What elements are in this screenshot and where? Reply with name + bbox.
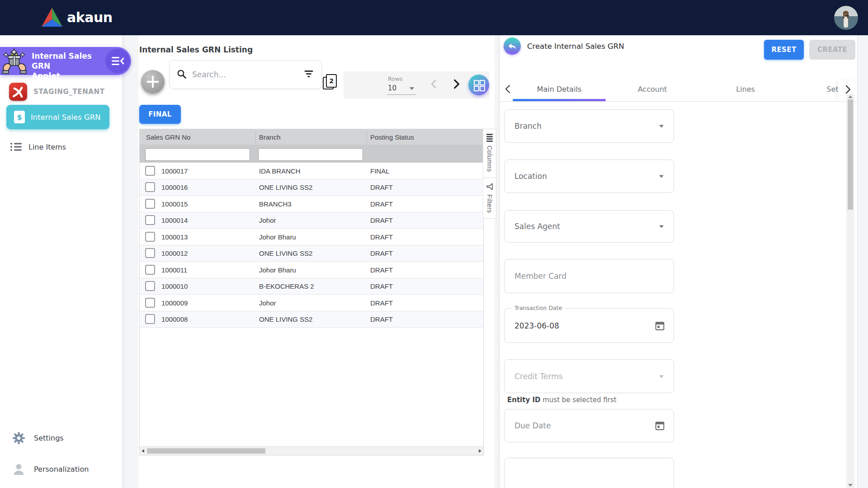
akaun-logo[interactable]: akaun <box>42 8 113 27</box>
table-row[interactable]: 1000009JohorDRAFT <box>140 295 483 311</box>
tenant-row[interactable]: STAGING_TENANT <box>9 83 105 101</box>
pages-icon[interactable]: 2 <box>323 74 338 89</box>
filter-input-sales-grn-no[interactable] <box>145 148 250 161</box>
cell-posting-status: DRAFT <box>370 282 393 290</box>
table-row[interactable]: 1000013Johor BharuDRAFT <box>140 229 483 245</box>
filter-list-icon[interactable] <box>304 70 313 78</box>
cell-posting-status: FINAL <box>370 167 390 174</box>
gift-hands-icon <box>2 48 27 74</box>
scroll-up-arrow[interactable] <box>848 95 853 98</box>
cell-sales-grn-no: 1000013 <box>161 233 188 240</box>
cell-sales-grn-no: 1000015 <box>161 200 188 207</box>
table-row[interactable]: 1000008ONE LIVING SS2DRAFT <box>140 311 483 328</box>
location-dropdown[interactable]: Location <box>504 160 674 193</box>
member-card-placeholder: Member Card <box>514 272 566 281</box>
row-checkbox[interactable] <box>145 166 155 176</box>
member-card-field[interactable]: Member Card <box>504 259 674 293</box>
search-input[interactable] <box>191 67 292 82</box>
calendar-icon[interactable] <box>654 420 665 432</box>
cell-sales-grn-no: 1000014 <box>161 216 188 224</box>
horizontal-scrollbar[interactable] <box>140 446 483 455</box>
sales-agent-dropdown[interactable]: Sales Agent <box>504 210 674 243</box>
tab-main-details[interactable]: Main Details <box>513 77 606 101</box>
table-row[interactable]: 1000014JohorDRAFT <box>140 212 483 229</box>
due-date-placeholder: Due Date <box>514 421 551 430</box>
credit-terms-dropdown[interactable]: Credit Terms <box>504 359 674 393</box>
column-header-branch[interactable]: Branch <box>259 133 281 141</box>
table-side-tabs: Columns Filters <box>483 129 496 219</box>
tab-lines[interactable]: Lines <box>699 77 792 101</box>
scrollbar-thumb[interactable] <box>147 448 265 454</box>
reset-button[interactable]: RESET <box>764 40 804 60</box>
table-filter-row <box>140 145 483 163</box>
sidebar-item-personalization[interactable]: Personalization <box>13 463 89 475</box>
row-checkbox[interactable] <box>145 248 155 258</box>
sidebar-item-label: Line Items <box>28 143 66 151</box>
sales-agent-label: Sales Agent <box>514 222 560 231</box>
row-checkbox[interactable] <box>145 281 155 291</box>
cell-posting-status: DRAFT <box>370 233 393 240</box>
cell-branch: BRANCH3 <box>259 200 292 207</box>
row-checkbox[interactable] <box>145 182 155 192</box>
chevron-down-icon <box>410 87 414 90</box>
due-date-field[interactable]: Due Date <box>504 409 674 442</box>
row-checkbox[interactable] <box>145 265 155 275</box>
row-checkbox[interactable] <box>145 199 155 209</box>
branch-dropdown[interactable]: Branch <box>504 109 674 143</box>
tab-settlement[interactable]: Settler <box>792 77 840 101</box>
tab-account[interactable]: Account <box>606 77 699 101</box>
rows-per-page-select[interactable]: 10 <box>387 84 416 95</box>
transaction-date-value: 2023-06-08 <box>514 321 559 330</box>
sidebar-item-line-items[interactable]: Line Items <box>10 142 66 152</box>
grid-view-button[interactable] <box>468 75 489 95</box>
scrollbar-thumb[interactable] <box>848 99 853 210</box>
scroll-right-arrow[interactable] <box>479 449 481 453</box>
filter-input-branch[interactable] <box>258 148 363 161</box>
columns-tab[interactable]: Columns <box>483 129 496 178</box>
collapse-sidebar-button[interactable] <box>105 49 130 73</box>
table-row[interactable]: 1000015BRANCH3DRAFT <box>140 196 483 212</box>
cell-sales-grn-no: 1000010 <box>161 282 188 290</box>
tabs-scroll-left-button[interactable] <box>504 84 513 94</box>
row-checkbox[interactable] <box>145 232 155 242</box>
calendar-icon[interactable] <box>654 320 665 331</box>
table-header-row[interactable]: Sales GRN No Branch Posting Status <box>140 129 483 145</box>
table-body: 1000017IDA BRANCHFINAL1000016ONE LIVING … <box>140 163 483 328</box>
scroll-left-arrow[interactable] <box>142 449 144 453</box>
previous-page-button[interactable] <box>429 79 439 89</box>
partial-field[interactable] <box>504 458 674 488</box>
final-filter-button[interactable]: FINAL <box>139 105 181 124</box>
cell-posting-status: DRAFT <box>370 266 393 273</box>
sidebar: Internal Sales GRN Applet STAGING_TENA <box>0 35 122 488</box>
sidebar-item-internal-sales-grn[interactable]: $ Internal Sales GRN <box>6 105 109 129</box>
grid-icon <box>474 80 479 85</box>
filters-tab[interactable]: Filters <box>483 178 496 219</box>
user-avatar[interactable] <box>834 6 858 30</box>
cell-posting-status: DRAFT <box>370 183 393 191</box>
table-row[interactable]: 1000016ONE LIVING SS2DRAFT <box>140 179 483 196</box>
column-header-posting-status[interactable]: Posting Status <box>370 133 414 141</box>
table-row[interactable]: 1000012ONE LIVING SS2DRAFT <box>140 245 483 262</box>
add-button[interactable] <box>141 70 165 94</box>
row-checkbox[interactable] <box>145 298 155 308</box>
create-panel: Create Internal Sales GRN RESET CREATE M… <box>500 35 858 488</box>
table-row[interactable]: 1000010B-EKOCHERAS 2DRAFT <box>140 278 483 295</box>
sidebar-item-settings[interactable]: Settings <box>13 432 64 444</box>
sidebar-item-label: Personalization <box>34 465 89 474</box>
row-checkbox[interactable] <box>145 314 155 324</box>
column-header-sales-grn-no[interactable]: Sales GRN No <box>146 133 190 141</box>
cell-branch: Johor <box>259 216 276 224</box>
vertical-scrollbar[interactable] <box>846 94 854 488</box>
create-button[interactable]: CREATE <box>809 40 855 60</box>
table-row[interactable]: 1000017IDA BRANCHFINAL <box>140 163 483 179</box>
table-row[interactable]: 1000011Johor BharuDRAFT <box>140 262 483 278</box>
cell-posting-status: DRAFT <box>370 249 393 257</box>
cell-sales-grn-no: 1000017 <box>161 167 188 174</box>
next-page-button[interactable] <box>450 78 462 90</box>
cell-posting-status: DRAFT <box>370 299 393 306</box>
row-checkbox[interactable] <box>145 215 155 225</box>
back-button[interactable] <box>504 38 521 55</box>
scroll-down-arrow[interactable] <box>848 484 853 487</box>
transaction-date-field[interactable]: Transaction Date 2023-06-08 <box>504 308 674 343</box>
applet-banner[interactable]: Internal Sales GRN Applet <box>0 47 131 75</box>
